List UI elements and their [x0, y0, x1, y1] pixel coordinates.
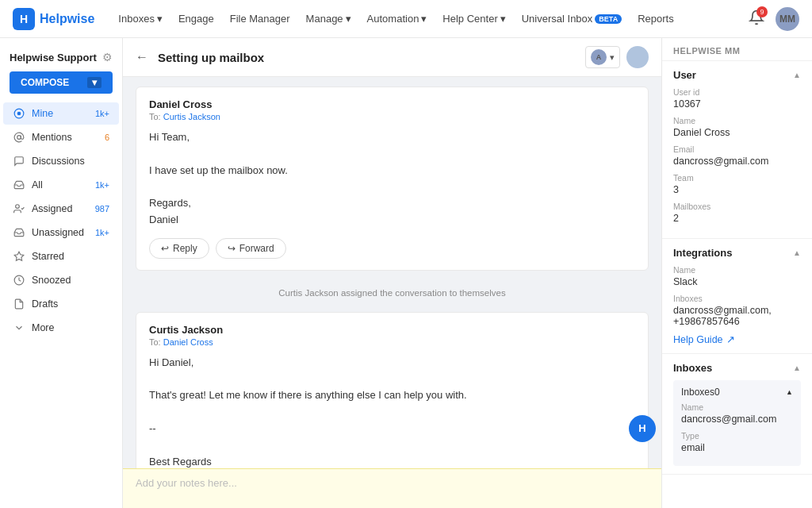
- nav-manage[interactable]: Manage ▾: [306, 13, 351, 25]
- chevron-up-icon: ▲: [786, 388, 793, 396]
- nav-universal-inbox[interactable]: Universal Inbox BETA: [522, 13, 622, 25]
- sidebar-item-starred[interactable]: Starred: [3, 245, 119, 267]
- sidebar-item-all[interactable]: All 1k+: [3, 174, 119, 196]
- message-body-2: Hi Daniel, That's great! Let me know if …: [149, 355, 635, 468]
- sidebar-item-snoozed-label: Snoozed: [32, 275, 109, 286]
- svg-marker-4: [14, 252, 24, 260]
- beta-badge: BETA: [595, 14, 622, 24]
- chevron-down-icon: ▾: [157, 13, 163, 25]
- file-icon: [13, 298, 25, 310]
- rp-field-email: Email dancross@gmail.com: [673, 144, 801, 167]
- chevron-down-icon: ▾: [610, 52, 615, 63]
- rp-section-inboxes-title[interactable]: Inboxes ▲: [673, 362, 801, 374]
- sidebar-item-mentions-label: Mentions: [32, 132, 98, 143]
- chevron-up-icon: ▲: [793, 71, 801, 79]
- logo-icon: H: [13, 8, 35, 30]
- sidebar-nav: Mine 1k+ Mentions 6 Discussions: [0, 102, 122, 340]
- content-area: ← Setting up mailbox A ▾ Daniel Cross To…: [123, 38, 661, 508]
- sidebar-item-more-label: More: [32, 322, 109, 333]
- clock-icon: [13, 274, 25, 287]
- messages-area: Daniel Cross To: Curtis Jackson Hi Team,…: [123, 77, 661, 468]
- message-body-1: Hi Team, I have set up the mailbox now. …: [149, 129, 635, 229]
- action-avatar[interactable]: [626, 46, 649, 68]
- assignee-dropdown[interactable]: A ▾: [585, 46, 620, 68]
- sidebar-item-unassigned-label: Unassigned: [32, 227, 89, 238]
- sidebar-item-unassigned-count: 1k+: [95, 228, 109, 237]
- inbox-tray-icon: [13, 226, 25, 239]
- sidebar-item-drafts[interactable]: Drafts: [3, 293, 119, 315]
- sidebar-item-mine-label: Mine: [32, 108, 89, 119]
- nav-help-center[interactable]: Help Center ▾: [442, 13, 505, 25]
- notes-area[interactable]: Add your notes here...: [123, 468, 661, 508]
- svg-point-2: [17, 136, 21, 140]
- sidebar-item-snoozed[interactable]: Snoozed: [3, 269, 119, 291]
- chevron-up-icon: ▲: [793, 364, 801, 372]
- notification-count: 9: [756, 6, 768, 17]
- right-panel-header: HELPWISE MM: [662, 38, 812, 61]
- inbox-card-header: Inboxes0 ▲: [681, 387, 793, 398]
- chevron-down-icon: ▾: [421, 13, 427, 25]
- nav-engage[interactable]: Engage: [178, 13, 214, 25]
- rp-field-team: Team 3: [673, 173, 801, 195]
- circle-dot-icon: [13, 107, 25, 120]
- rp-field-integration-name: Name Slack: [673, 265, 801, 287]
- rp-field-name: Name Daniel Cross: [673, 116, 801, 138]
- inbox-card: Inboxes0 ▲ Name dancross@gmail.com Type …: [673, 380, 801, 466]
- logo[interactable]: H Helpwise: [13, 8, 94, 30]
- reply-icon: ↩: [161, 243, 169, 254]
- nav-inboxes[interactable]: Inboxes ▾: [118, 13, 163, 25]
- rp-section-inboxes: Inboxes ▲ Inboxes0 ▲ Name dancross@gmail…: [662, 354, 812, 475]
- conversation-header: ← Setting up mailbox A ▾: [123, 38, 661, 77]
- help-guide-link[interactable]: Help Guide ↗: [673, 333, 801, 345]
- sidebar-item-discussions[interactable]: Discussions: [3, 150, 119, 172]
- logo-text: Helpwise: [40, 12, 94, 26]
- rp-section-integrations-title[interactable]: Integrations ▲: [673, 247, 801, 259]
- star-icon: [13, 250, 25, 263]
- reply-button-1[interactable]: ↩ Reply: [149, 238, 209, 259]
- external-link-icon: ↗: [726, 333, 735, 345]
- nav-file-manager[interactable]: File Manager: [230, 13, 290, 25]
- sidebar-item-starred-label: Starred: [32, 251, 109, 262]
- conversation-title: Setting up mailbox: [158, 51, 576, 64]
- rp-field-integration-inboxes: Inboxes dancross@gmail.com, +19867857646: [673, 294, 801, 327]
- rp-field-inbox-name: Name dancross@gmail.com: [681, 402, 793, 425]
- chevron-down-icon: [13, 321, 25, 334]
- sidebar-item-assigned[interactable]: Assigned 987: [3, 198, 119, 220]
- rp-field-mailboxes: Mailboxes 2: [673, 202, 801, 224]
- nav-automation[interactable]: Automation ▾: [367, 13, 427, 25]
- compose-dropdown-arrow: ▾: [87, 77, 102, 88]
- sidebar-item-mine[interactable]: Mine 1k+: [3, 102, 119, 125]
- helpwise-watermark-icon: H: [629, 415, 656, 442]
- at-icon: [13, 131, 25, 144]
- nav-right-section: 9 MM: [749, 7, 799, 31]
- message-sender-1: Daniel Cross: [149, 98, 635, 110]
- inbox-icon: [13, 179, 25, 191]
- nav-reports[interactable]: Reports: [638, 13, 674, 25]
- sidebar-item-more[interactable]: More: [3, 317, 119, 339]
- rp-section-integrations: Integrations ▲ Name Slack Inboxes dancro…: [662, 239, 812, 354]
- sidebar-item-drafts-label: Drafts: [32, 298, 109, 310]
- forward-button-1[interactable]: ↪ Forward: [216, 238, 286, 259]
- notification-bell[interactable]: 9: [749, 10, 764, 28]
- sidebar-item-assigned-count: 987: [95, 204, 109, 214]
- rp-section-user-title[interactable]: User ▲: [673, 69, 801, 81]
- sidebar-item-mentions[interactable]: Mentions 6: [3, 126, 119, 148]
- sidebar-header: Helpwise Support ⚙: [0, 44, 122, 68]
- message-sender-2: Curtis Jackson: [149, 324, 635, 336]
- rp-field-inbox-type: Type email: [681, 431, 793, 453]
- chevron-down-icon: ▾: [500, 13, 506, 25]
- rp-field-user-id: User id 10367: [673, 87, 801, 110]
- sidebar-item-unassigned[interactable]: Unassigned 1k+: [3, 221, 119, 244]
- right-panel: HELPWISE MM User ▲ User id 10367 Name Da…: [661, 38, 812, 508]
- message-actions-1: ↩ Reply ↪ Forward: [149, 238, 635, 259]
- sidebar-item-all-label: All: [32, 179, 89, 190]
- chevron-down-icon: ▾: [346, 13, 351, 25]
- compose-button[interactable]: COMPOSE ▾: [10, 71, 113, 94]
- gear-icon[interactable]: ⚙: [102, 51, 113, 64]
- message-card-1: Daniel Cross To: Curtis Jackson Hi Team,…: [136, 87, 649, 271]
- user-avatar[interactable]: MM: [776, 7, 799, 31]
- sidebar-item-discussions-label: Discussions: [32, 156, 109, 167]
- system-message: Curtis Jackson assigned the conversation…: [136, 280, 649, 306]
- back-button[interactable]: ←: [136, 50, 148, 64]
- main-layout: Helpwise Support ⚙ COMPOSE ▾ Mine 1k+ Me…: [0, 38, 812, 508]
